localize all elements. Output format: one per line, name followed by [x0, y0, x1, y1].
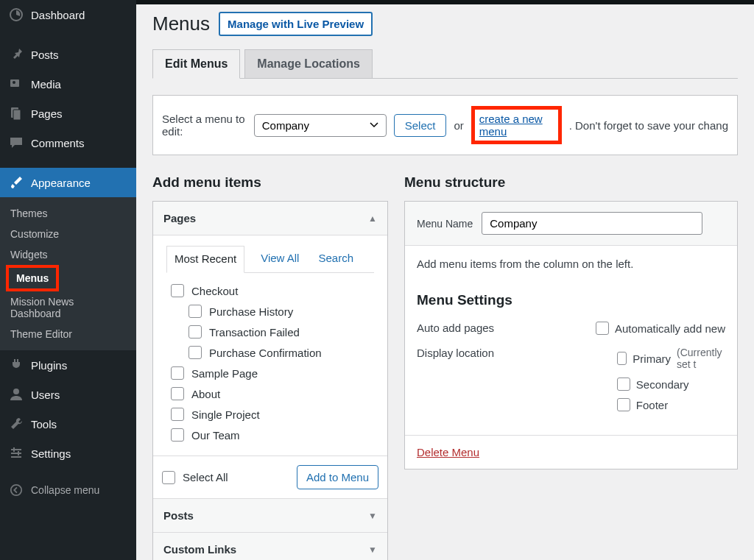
sidebar-item-comments[interactable]: Comments [0, 128, 136, 157]
sidebar-item-collapse[interactable]: Collapse menu [0, 475, 136, 505]
menu-settings-heading: Menu Settings [417, 292, 725, 308]
subtab-view-all[interactable]: View All [258, 246, 302, 272]
tab-edit-menus[interactable]: Edit Menus [152, 49, 240, 79]
page-checkbox[interactable] [171, 428, 184, 442]
sidebar-sub-customize[interactable]: Customize [0, 224, 136, 244]
menu-select[interactable]: Company [254, 114, 387, 137]
sidebar-item-appearance[interactable]: Appearance [0, 168, 136, 197]
display-location-option[interactable]: Secondary [617, 378, 725, 391]
location-checkbox[interactable] [617, 352, 627, 365]
add-to-menu-button[interactable]: Add to Menu [297, 465, 378, 489]
wrench-icon [9, 417, 24, 431]
admin-bar [136, 0, 754, 4]
sidebar-item-tools[interactable]: Tools [0, 409, 136, 439]
page-checkbox[interactable] [171, 284, 184, 297]
caret-up-icon: ▲ [368, 213, 377, 224]
sidebar-sub-widgets[interactable]: Widgets [0, 244, 136, 265]
sidebar-sub-menus[interactable]: Menus [9, 268, 56, 288]
menu-name-input[interactable] [482, 212, 702, 235]
display-location-option[interactable]: Footer [617, 398, 725, 411]
user-icon [9, 387, 24, 402]
sidebar-label: Comments [31, 137, 85, 149]
select-label: Select a menu to edit: [162, 113, 247, 138]
svg-point-11 [11, 485, 21, 495]
page-checkbox-item[interactable]: Purchase History [171, 301, 380, 322]
page-checkbox[interactable] [188, 346, 202, 359]
accordion-label: Custom Links [163, 543, 236, 556]
sidebar-item-pages[interactable]: Pages [0, 99, 136, 128]
nav-tabs: Edit Menus Manage Locations [152, 49, 738, 79]
page-checkbox[interactable] [171, 408, 184, 421]
accordion-panel: Pages ▲ Most Recent View All Search Chec… [152, 201, 388, 560]
svg-rect-9 [13, 447, 15, 452]
location-label: Primary [633, 352, 671, 365]
page-checkbox-item[interactable]: Transaction Failed [171, 322, 380, 342]
sidebar-label: Pages [31, 107, 63, 120]
auto-add-text: Automatically add new [615, 322, 725, 335]
page-checkbox[interactable] [188, 305, 202, 318]
sidebar-item-settings[interactable]: Settings [0, 439, 136, 468]
sidebar-label: Tools [31, 418, 57, 430]
sidebar-sub-themes[interactable]: Themes [0, 203, 136, 224]
page-label: Transaction Failed [209, 326, 300, 339]
svg-rect-7 [11, 453, 21, 454]
select-all-checkbox[interactable] [162, 471, 175, 484]
page-checkbox[interactable] [171, 387, 184, 400]
page-checkbox-item[interactable]: Single Project [171, 404, 380, 425]
add-items-heading: Add menu items [152, 174, 388, 191]
page-checkbox-item[interactable]: Sample Page [171, 363, 380, 383]
sidebar-item-media[interactable]: Media [0, 69, 136, 99]
accordion-posts[interactable]: Posts ▼ [153, 498, 387, 532]
page-list: CheckoutPurchase HistoryTransaction Fail… [161, 280, 380, 445]
dashboard-icon [9, 7, 24, 22]
sidebar-label: Dashboard [31, 9, 85, 21]
caret-down-icon: ▼ [368, 545, 377, 555]
page-checkbox-item[interactable]: Purchase Confirmation [171, 342, 380, 363]
sidebar-item-users[interactable]: Users [0, 380, 136, 409]
menu-structure-panel: Menu Name Add menu items from the column… [404, 201, 738, 469]
page-checkbox[interactable] [171, 366, 184, 380]
accordion-label: Pages [163, 212, 196, 224]
accordion-label: Posts [163, 509, 194, 522]
auto-add-checkbox[interactable] [596, 322, 609, 335]
sidebar-sub-mission[interactable]: Mission News Dashboard [0, 291, 136, 324]
live-preview-button[interactable]: Manage with Live Preview [219, 12, 373, 36]
accordion-custom-links[interactable]: Custom Links ▼ [153, 532, 387, 560]
sidebar-item-posts[interactable]: Posts [0, 40, 136, 69]
tab-manage-locations[interactable]: Manage Locations [244, 49, 373, 79]
menu-empty-hint: Add menu items from the column on the le… [417, 258, 725, 270]
delete-menu-link[interactable]: Delete Menu [417, 446, 479, 458]
accordion-pages[interactable]: Pages ▲ [153, 202, 387, 235]
location-checkbox[interactable] [617, 378, 630, 391]
admin-sidebar: Dashboard Posts Media Pages Comments App… [0, 0, 136, 560]
sidebar-label: Plugins [31, 359, 67, 372]
select-all-label: Select All [183, 471, 228, 483]
svg-point-2 [13, 81, 15, 84]
media-icon [9, 77, 24, 91]
display-location-option[interactable]: Primary (Currently set t [617, 347, 725, 370]
sidebar-label: Settings [31, 447, 71, 460]
sidebar-item-dashboard[interactable]: Dashboard [0, 0, 136, 29]
page-checkbox[interactable] [188, 325, 202, 339]
svg-rect-8 [11, 456, 21, 458]
auto-add-label: Auto add pages [417, 322, 596, 334]
save-hint: . Don't forget to save your chang [569, 119, 728, 132]
page-checkbox-item[interactable]: About [171, 383, 380, 404]
collapse-icon [9, 483, 24, 497]
caret-down-icon: ▼ [368, 511, 377, 521]
pages-panel-body: Most Recent View All Search CheckoutPurc… [153, 235, 387, 456]
location-label: Secondary [636, 378, 689, 391]
subtab-search[interactable]: Search [315, 246, 356, 272]
sidebar-item-plugins[interactable]: Plugins [0, 350, 136, 380]
settings-icon [9, 446, 24, 461]
create-new-menu-link[interactable]: create a new menu [479, 113, 543, 138]
menu-structure-heading: Menu structure [404, 174, 738, 191]
page-label: Single Project [191, 408, 260, 421]
subtab-recent[interactable]: Most Recent [166, 246, 244, 273]
page-checkbox-item[interactable]: Checkout [171, 280, 380, 301]
main-content: Menus Manage with Live Preview Edit Menu… [136, 0, 754, 560]
select-button[interactable]: Select [394, 114, 447, 137]
location-checkbox[interactable] [617, 398, 630, 411]
page-checkbox-item[interactable]: Our Team [171, 425, 380, 445]
sidebar-sub-theme-editor[interactable]: Theme Editor [0, 324, 136, 344]
